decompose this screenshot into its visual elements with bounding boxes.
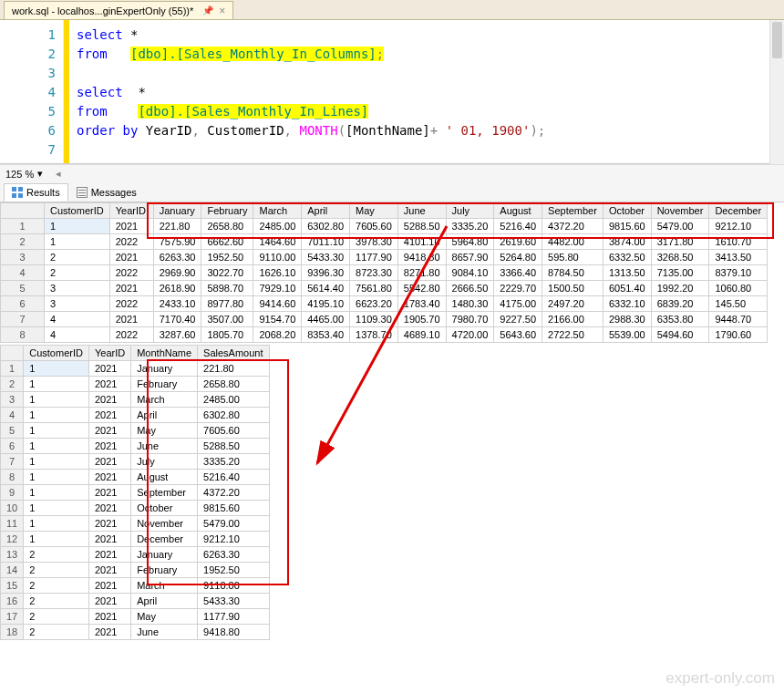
cell[interactable]: 4372.20 [542,219,603,234]
cell[interactable]: 3 [45,281,110,296]
cell[interactable]: 3 [45,296,110,312]
cell[interactable]: 2021 [88,377,130,392]
cell[interactable]: 1 [24,439,89,454]
cell[interactable]: 1060.80 [709,281,768,296]
row-number[interactable]: 13 [1,547,24,563]
row-number[interactable]: 2 [1,377,24,392]
cell[interactable]: 6051.40 [603,281,651,296]
cell[interactable]: 2229.70 [494,281,542,296]
cell[interactable]: 5479.00 [651,219,709,234]
cell[interactable]: 6623.20 [350,296,398,312]
cell[interactable]: 1 [45,234,110,250]
cell[interactable]: May [131,609,198,625]
cell[interactable]: 2021 [109,219,153,234]
cell[interactable]: December [131,532,198,547]
col-header[interactable]: YearID [88,346,130,361]
cell[interactable]: 1313.50 [603,265,651,281]
row-number[interactable]: 9 [1,485,24,501]
cell[interactable]: 7011.10 [302,234,350,250]
cell[interactable]: 5216.40 [198,470,269,485]
cell[interactable]: 1805.70 [201,327,253,343]
cell[interactable]: 2 [45,265,110,281]
cell[interactable]: 2 [24,563,89,578]
cell[interactable]: June [131,439,198,454]
cell[interactable]: 3335.20 [198,454,269,470]
cell[interactable]: 1952.50 [201,250,253,265]
cell[interactable]: 2 [24,625,89,640]
cell[interactable]: 9212.10 [198,532,269,547]
cell[interactable]: 2 [24,594,89,609]
cell[interactable]: 9110.00 [198,578,269,594]
cell[interactable]: 7135.00 [651,265,709,281]
unpivot-table[interactable]: CustomerIDYearIDMonthNameSalesAmount1120… [0,345,270,640]
row-number[interactable]: 5 [1,281,45,296]
cell[interactable]: 5433.30 [198,594,269,609]
cell[interactable]: 7605.60 [350,219,398,234]
cell[interactable]: 7561.80 [350,281,398,296]
cell[interactable]: 2021 [88,578,130,594]
cell[interactable]: 9815.60 [198,501,269,516]
cell[interactable]: 2022 [109,234,153,250]
cell[interactable]: 9448.70 [709,312,768,327]
row-number[interactable]: 6 [1,296,45,312]
cell[interactable]: 1790.60 [709,327,768,343]
col-header[interactable]: August [494,203,542,219]
row-number[interactable]: 3 [1,392,24,408]
cell[interactable]: 4372.20 [198,485,269,501]
cell[interactable]: 2021 [88,408,130,423]
cell[interactable]: 2021 [88,485,130,501]
cell[interactable]: 2021 [88,532,130,547]
cell[interactable]: 2021 [88,392,130,408]
cell[interactable]: 9414.60 [253,296,302,312]
cell[interactable]: 1177.90 [198,609,269,625]
nav-back-icon[interactable]: ◂ [56,168,61,180]
cell[interactable]: March [131,578,198,594]
cell[interactable]: 1952.50 [198,563,269,578]
row-number[interactable]: 12 [1,532,24,547]
cell[interactable]: 7170.40 [153,312,201,327]
cell[interactable]: 2 [24,609,89,625]
col-header[interactable]: January [153,203,201,219]
cell[interactable]: 4 [45,327,110,343]
cell[interactable]: 1 [24,408,89,423]
cell[interactable]: 2433.10 [153,296,201,312]
cell[interactable]: 4101.10 [397,234,446,250]
cell[interactable]: 3022.70 [201,265,253,281]
col-header[interactable]: December [709,203,768,219]
cell[interactable]: 3171.80 [651,234,709,250]
cell[interactable]: 1 [24,392,89,408]
cell[interactable]: 221.80 [153,219,201,234]
cell[interactable]: 2485.00 [198,392,269,408]
col-header[interactable]: June [397,203,446,219]
row-number[interactable]: 3 [1,250,45,265]
cell[interactable]: 2021 [88,454,130,470]
col-header[interactable]: July [446,203,494,219]
cell[interactable]: September [131,485,198,501]
cell[interactable]: 1 [24,454,89,470]
cell[interactable]: 4482.00 [542,234,603,250]
cell[interactable]: 2497.20 [542,296,603,312]
cell[interactable]: 2 [24,547,89,563]
row-number[interactable]: 4 [1,265,45,281]
cell[interactable]: 1 [24,516,89,532]
cell[interactable]: 5288.50 [198,439,269,454]
cell[interactable]: 4 [45,312,110,327]
cell[interactable]: 3507.00 [201,312,253,327]
cell[interactable]: January [131,547,198,563]
cell[interactable]: 2022 [109,296,153,312]
cell[interactable]: 6263.30 [198,547,269,563]
zoom-level[interactable]: 125 % [5,169,34,180]
code-area[interactable]: select * from [dbo].[Sales_Monthly_In_Co… [69,20,784,163]
cell[interactable]: April [131,594,198,609]
cell[interactable]: July [131,454,198,470]
col-header[interactable]: April [302,203,350,219]
cell[interactable]: 2618.90 [153,281,201,296]
cell[interactable]: 9084.10 [446,265,494,281]
cell[interactable]: 5898.70 [201,281,253,296]
cell[interactable]: 2021 [88,439,130,454]
cell[interactable]: 595.80 [542,250,603,265]
cell[interactable]: 2988.30 [603,312,651,327]
cell[interactable]: 6839.20 [651,296,709,312]
cell[interactable]: 1 [24,470,89,485]
cell[interactable]: 1 [24,423,89,439]
